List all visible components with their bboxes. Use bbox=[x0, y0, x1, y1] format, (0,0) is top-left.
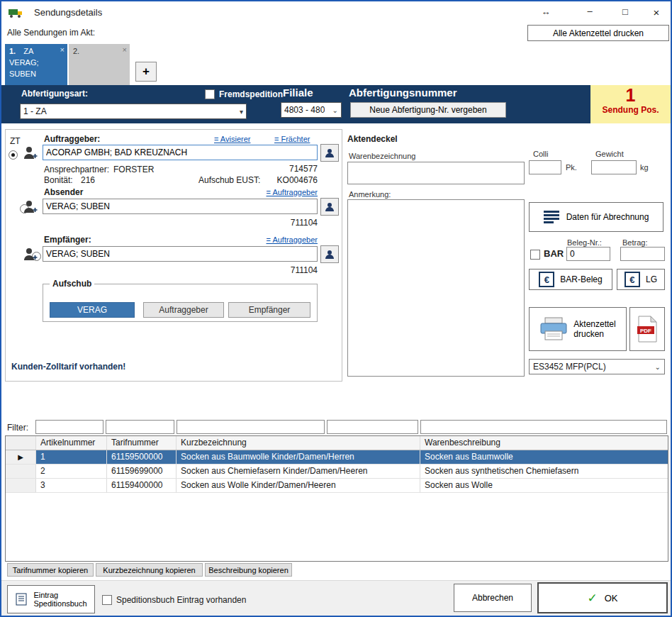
tab-sendung-2[interactable]: × 2. bbox=[69, 44, 130, 85]
aktenzettel-line2: drucken bbox=[573, 329, 604, 339]
close-button[interactable]: × bbox=[642, 6, 671, 18]
pk-label: Pk. bbox=[566, 163, 577, 172]
aufschub-verag-button[interactable]: VERAG bbox=[50, 302, 135, 318]
cell-artikelnummer[interactable]: 1 bbox=[36, 450, 107, 464]
auftraggeber-label: Auftraggeber: bbox=[44, 134, 100, 144]
fremdspedition-checkbox[interactable] bbox=[205, 89, 215, 99]
tab-number: 1. bbox=[9, 47, 16, 55]
row-selector-cell[interactable]: ▶ bbox=[6, 450, 36, 464]
cell-artikelnummer[interactable]: 3 bbox=[36, 479, 107, 492]
bar-checkbox[interactable] bbox=[530, 250, 540, 260]
absender-contact-button[interactable] bbox=[320, 198, 339, 216]
row-selector-cell[interactable] bbox=[6, 465, 36, 478]
empfaenger-number: 711104 bbox=[278, 265, 318, 275]
sendungsdetails-window: Sendungsdetails ↔ – □ × Alle Sendungen i… bbox=[0, 0, 672, 617]
ok-button[interactable]: ✓ OK bbox=[537, 582, 668, 613]
person-add-icon[interactable] bbox=[23, 247, 38, 262]
anmerkung-textarea[interactable] bbox=[347, 199, 525, 377]
filter-input-warenbeschreibung[interactable] bbox=[420, 420, 667, 434]
ansprechpartner-value: FORSTER bbox=[113, 165, 154, 174]
aufschub-empfaenger-button[interactable]: Empfänger bbox=[228, 302, 310, 318]
betrag-input[interactable] bbox=[620, 247, 665, 261]
aufschub-auftraggeber-button[interactable]: Auftraggeber bbox=[143, 302, 224, 318]
person-add-icon[interactable] bbox=[23, 145, 38, 161]
add-tab-button[interactable]: + bbox=[135, 62, 157, 82]
kurzbezeichnung-kopieren-button[interactable]: Kurzbezeichnung kopieren bbox=[96, 563, 203, 577]
cell-artikelnummer[interactable]: 2 bbox=[36, 465, 107, 478]
absender-number: 711104 bbox=[278, 218, 318, 228]
cell-tarifnummer[interactable]: 61159400000 bbox=[107, 479, 177, 492]
contact-person-icon bbox=[324, 201, 335, 213]
dropdown-chevron-icon: ⌄ bbox=[332, 106, 338, 114]
cell-tarifnummer[interactable]: 61159500000 bbox=[107, 450, 177, 464]
abfertigungsart-select[interactable]: 1 - ZA ▾ bbox=[20, 104, 247, 119]
filter-input-kurzbezeichnung[interactable] bbox=[177, 420, 325, 434]
filter-input-tarifnummer[interactable] bbox=[106, 420, 174, 434]
speditionsbuch-checkbox-label: Speditionsbuch Eintrag vorhanden bbox=[116, 595, 246, 605]
colli-input[interactable] bbox=[529, 160, 561, 174]
column-header-tarifnummer[interactable]: Tarifnummer bbox=[107, 436, 177, 450]
daten-fuer-abrechnung-button[interactable]: Daten für Abrechnung bbox=[529, 202, 663, 232]
aufschub-eust-value: KO004676 bbox=[264, 175, 318, 185]
person-add-icon[interactable] bbox=[23, 199, 38, 215]
footer-bar: Eintrag Speditionsbuch Speditionsbuch Ei… bbox=[1, 580, 671, 617]
empfaenger-input[interactable] bbox=[43, 246, 318, 262]
maximize-button[interactable]: □ bbox=[611, 6, 639, 17]
table-row[interactable]: ▶ 1 61159500000 Socken aus Baumwolle Kin… bbox=[6, 450, 668, 465]
tab-close-icon[interactable]: × bbox=[60, 45, 65, 56]
gewicht-input[interactable] bbox=[591, 160, 637, 174]
kg-label: kg bbox=[640, 163, 649, 172]
absender-auftraggeber-link[interactable]: = Auftraggeber bbox=[235, 188, 318, 196]
pdf-export-button[interactable]: PDF bbox=[629, 307, 665, 351]
neue-abfertigungsnummer-button[interactable]: Neue Abfertigung-Nr. vergeben bbox=[350, 102, 506, 118]
cell-warenbeschreibung[interactable]: Socken aus synthetischen Chemiefasern bbox=[420, 465, 668, 478]
absender-input[interactable] bbox=[43, 199, 318, 214]
beschreibung-kopieren-button[interactable]: Beschreibung kopieren bbox=[205, 563, 292, 577]
column-header-warenbeschreibung[interactable]: Warenbeschreibung bbox=[420, 436, 668, 450]
auftraggeber-contact-button[interactable] bbox=[320, 144, 339, 162]
window-title: Sendungsdetails bbox=[34, 7, 102, 18]
filter-input-artikelnummer[interactable] bbox=[35, 420, 103, 434]
abbrechen-button[interactable]: Abbrechen bbox=[454, 584, 532, 612]
column-header-artikelnummer[interactable]: Artikelnummer bbox=[36, 436, 107, 450]
table-row[interactable]: 2 61159699000 Socken aus Chemiefasern Ki… bbox=[6, 465, 668, 479]
lg-button[interactable]: € LG bbox=[617, 269, 665, 290]
cell-kurzbezeichnung[interactable]: Socken aus Chemiefasern Kinder/Damen/Hee… bbox=[177, 465, 420, 478]
auftraggeber-input[interactable] bbox=[43, 145, 318, 160]
abfertigungsart-label: Abfertigungsart: bbox=[21, 89, 88, 99]
abfertigung-band: Abfertigungsart: Fremdspedition 1 - ZA ▾… bbox=[1, 85, 671, 123]
cell-kurzbezeichnung[interactable]: Socken aus Wolle Kinder/Damen/Heeren bbox=[177, 479, 420, 492]
filiale-select[interactable]: 4803 - 480 ⌄ bbox=[281, 102, 342, 118]
lg-label: LG bbox=[646, 274, 657, 284]
eintrag-speditionsbuch-button[interactable]: Eintrag Speditionsbuch bbox=[7, 585, 95, 613]
warenbezeichnung-input[interactable] bbox=[347, 162, 525, 184]
aktenzettel-drucken-button[interactable]: Aktenzettel drucken bbox=[529, 307, 627, 351]
fraechter-link[interactable]: = Frächter bbox=[274, 135, 310, 143]
tab-close-icon[interactable]: × bbox=[123, 45, 127, 56]
aktenzettel-drucken-label: Aktenzettel drucken bbox=[573, 319, 615, 339]
tarifnummer-kopieren-button[interactable]: Tarifnummer kopieren bbox=[7, 563, 94, 577]
resize-arrows-icon[interactable]: ↔ bbox=[532, 6, 560, 17]
column-header-kurzbezeichnung[interactable]: Kurzbezeichnung bbox=[177, 436, 420, 450]
alle-aktenzettel-drucken-button[interactable]: Alle Aktenzettel drucken bbox=[527, 25, 669, 41]
table-row[interactable]: 3 61159400000 Socken aus Wolle Kinder/Da… bbox=[6, 479, 668, 493]
speditionsbuch-checkbox[interactable] bbox=[102, 595, 112, 605]
empfaenger-contact-button[interactable] bbox=[320, 245, 339, 263]
auftraggeber-radio[interactable] bbox=[9, 150, 18, 160]
minimize-button[interactable]: – bbox=[576, 6, 604, 16]
printer-select[interactable]: ES3452 MFP(PCL) ⌄ bbox=[529, 359, 665, 374]
sendung-position-label: Sendung Pos. bbox=[590, 105, 671, 115]
cell-tarifnummer[interactable]: 61159699000 bbox=[107, 465, 177, 478]
tab-sendung-1[interactable]: × 1. ZA VERAG; SUBEN bbox=[5, 44, 67, 85]
cell-kurzbezeichnung[interactable]: Socken aus Baumwolle Kinder/Damen/Herren bbox=[177, 450, 420, 464]
bar-beleg-button[interactable]: € BAR-Beleg bbox=[529, 269, 612, 290]
cell-warenbeschreibung[interactable]: Socken aus Baumwolle bbox=[420, 450, 668, 464]
row-selector-cell[interactable] bbox=[6, 479, 36, 492]
cell-warenbeschreibung[interactable]: Socken aus Wolle bbox=[420, 479, 668, 492]
beleg-nr-input[interactable] bbox=[566, 247, 610, 261]
filter-input-extra[interactable] bbox=[327, 420, 418, 434]
titlebar: Sendungsdetails ↔ – □ × bbox=[1, 1, 671, 23]
empfaenger-auftraggeber-link[interactable]: = Auftraggeber bbox=[235, 235, 318, 244]
avisierer-link[interactable]: = Avisierer bbox=[214, 135, 250, 143]
filiale-value: 4803 - 480 bbox=[284, 105, 325, 115]
